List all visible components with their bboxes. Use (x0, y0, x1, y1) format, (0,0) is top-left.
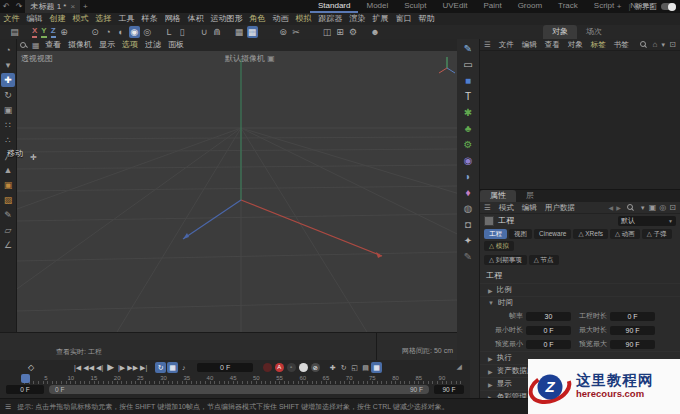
object-manager-menu-查看[interactable]: 查看 (541, 40, 564, 50)
nav-back-icon[interactable]: ◀ (609, 204, 614, 211)
popout-icon[interactable]: ⊡ (669, 40, 676, 49)
pen-tool-button[interactable]: ✎ (460, 41, 477, 57)
subdivision-surface-button[interactable]: ✱ (460, 105, 477, 121)
object-manager-content[interactable] (480, 51, 680, 190)
volume-builder-button[interactable]: ⚙ (460, 137, 477, 153)
mode-sphere-button[interactable]: ◉ (129, 26, 140, 38)
view-label[interactable]: 透视视图 (21, 53, 53, 64)
viewport-menu-摄像机[interactable]: 摄像机 (65, 39, 96, 51)
viewport-menu-选项[interactable]: 选项 (119, 39, 142, 51)
menu-动画[interactable]: 动画 (269, 13, 292, 25)
record-parameter-button[interactable]: ▤ (360, 362, 371, 373)
menu-窗口[interactable]: 窗口 (392, 13, 415, 25)
field-input-工程时长[interactable]: 0 F (610, 312, 655, 321)
record-position-button[interactable]: ✚ (327, 362, 338, 373)
model-mode-button[interactable]: ▣ (1, 178, 15, 192)
camera-button[interactable]: ◘ (460, 217, 477, 233)
redo-icon[interactable]: ↷ (13, 2, 26, 11)
object-mode-button[interactable]: ⊙ (90, 26, 101, 38)
hamburger-icon[interactable]: ☰ (5, 403, 11, 411)
menu-模拟[interactable]: 模拟 (292, 13, 315, 25)
autokey-button[interactable]: A (275, 363, 284, 372)
object-manager-menu-对象[interactable]: 对象 (564, 40, 587, 50)
texture-mode-button[interactable]: ▨ (1, 193, 15, 207)
settings-chip-动画[interactable]: △ 动画 (610, 229, 640, 239)
layout-tab-uvedit[interactable]: UVEdit (435, 0, 476, 13)
rotate-button[interactable]: ↻ (1, 88, 15, 102)
viewport-menu-查看[interactable]: 查看 (42, 39, 65, 51)
simulate-toggle-button[interactable]: ◐ (116, 26, 127, 38)
object-manager-menu-文件[interactable]: 文件 (495, 40, 518, 50)
menu-运动图形[interactable]: 运动图形 (207, 13, 246, 25)
menu-跟踪器[interactable]: 跟踪器 (315, 13, 346, 25)
quantize-button[interactable]: ▦ (234, 26, 245, 38)
scale-button[interactable]: ▣ (1, 103, 15, 117)
material-button[interactable]: ✎ (460, 249, 477, 265)
next-frame-button[interactable]: |▶ (116, 362, 127, 373)
polygon-mode-button[interactable]: ▲ (1, 163, 15, 177)
menu-角色[interactable]: 角色 (246, 13, 269, 25)
next-key-button[interactable]: ▶▶ (127, 362, 138, 373)
section-比例[interactable]: ▶比例 (480, 283, 680, 296)
close-tab-icon[interactable]: × (70, 0, 75, 13)
new-ui-toggle[interactable] (661, 3, 676, 10)
layout-tab-model[interactable]: Model (358, 0, 396, 13)
record-rotation-button[interactable]: ↻ (338, 362, 349, 373)
hamburger-icon[interactable]: ☰ (480, 40, 495, 49)
filter-keys-button[interactable]: ⊘ (311, 363, 320, 372)
sky-button[interactable]: ◍ (460, 201, 477, 217)
magnet-alt-button[interactable]: ⋒ (212, 26, 223, 38)
popout-icon[interactable]: ⊡ (669, 203, 676, 212)
menu-选择[interactable]: 选择 (92, 13, 115, 25)
recent-tool-button[interactable]: ∷ (1, 118, 15, 132)
chevron-right-icon[interactable]: ▶ (488, 381, 493, 388)
attributes-menu-用户数据[interactable]: 用户数据 (541, 203, 579, 213)
workplane-lock-button[interactable]: L (164, 26, 175, 38)
attributes-tab-层[interactable]: 层 (516, 190, 544, 202)
field-button[interactable]: ◉ (460, 153, 477, 169)
move-button[interactable]: ✚ (1, 73, 15, 87)
add-layout-button[interactable]: + (614, 2, 625, 11)
animation-mode-button[interactable]: ◔ (103, 26, 114, 38)
filter-icon[interactable]: ▼ (660, 42, 666, 48)
viewport-menu-过滤[interactable]: 过滤 (142, 39, 165, 51)
camera-label[interactable]: 默认摄像机 ▣ (225, 53, 275, 64)
layout-tab-standard[interactable]: Standard (310, 0, 358, 13)
menu-模式[interactable]: 模式 (69, 13, 92, 25)
play-mode-button[interactable]: ↻ (155, 362, 166, 373)
menu-体积[interactable]: 体积 (184, 13, 207, 25)
snap-settings-button[interactable]: ∠ (1, 238, 15, 252)
object-manager-menu-标签[interactable]: 标签 (587, 40, 610, 50)
axis-y-button[interactable]: Y (41, 26, 46, 38)
menu-渲染[interactable]: 渲染 (346, 13, 369, 25)
range-slider[interactable]: 0 F 90 F (49, 385, 429, 394)
object-manager-menu-书签[interactable]: 书签 (610, 40, 633, 50)
record-scale-button[interactable]: ◱ (349, 362, 360, 373)
field-input-帧率[interactable]: 30 (526, 312, 571, 321)
home-icon[interactable]: ⌂ (653, 40, 658, 49)
render-picture-viewer-button[interactable]: ⊞ (335, 26, 346, 38)
range-end-field[interactable]: 90 F (434, 385, 464, 394)
point-mode-button[interactable]: ∴ (1, 133, 15, 147)
workplane-mode-button[interactable]: ▱ (1, 223, 15, 237)
filter-icon[interactable]: ▼ (640, 205, 646, 211)
search-icon[interactable] (640, 41, 647, 48)
cube-primitive-button[interactable]: ■ (460, 73, 477, 89)
menu-样条[interactable]: 样条 (138, 13, 161, 25)
object-manager-tab-场次[interactable]: 场次 (577, 25, 611, 39)
render-settings-button[interactable]: ⚙ (348, 26, 359, 38)
enable-axis-button[interactable]: ✎ (1, 208, 15, 222)
field-input-预览最小[interactable]: 0 F (526, 340, 571, 349)
layout-tab-groom[interactable]: Groom (510, 0, 550, 13)
search-icon[interactable] (627, 204, 634, 211)
axis-z-button[interactable]: Z (51, 26, 56, 38)
preset-dropdown[interactable]: 默认 ▼ (618, 216, 676, 226)
pla-button[interactable]: ▦ (371, 362, 382, 373)
menu-扩展[interactable]: 扩展 (369, 13, 392, 25)
live-selection-button[interactable]: ◔ (1, 43, 15, 57)
menu-编辑[interactable]: 编辑 (23, 13, 46, 25)
field-input-最小时长[interactable]: 0 F (526, 326, 571, 335)
viewport-canvas[interactable]: 透视视图 默认摄像机 ▣ (17, 51, 457, 332)
search-icon[interactable] (20, 42, 27, 49)
field-input-预览最大[interactable]: 90 F (610, 340, 655, 349)
